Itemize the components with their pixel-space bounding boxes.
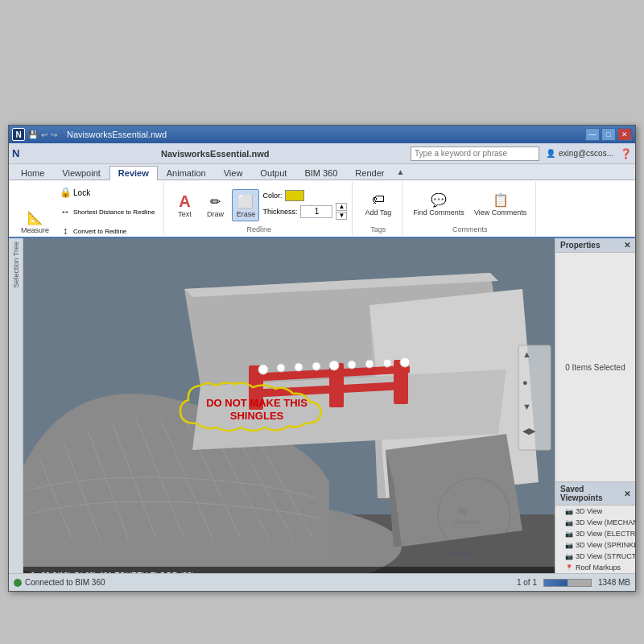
thickness-row: Thickness: ▲ ▼ [262, 203, 347, 220]
tab-bim360[interactable]: BIM 360 [295, 166, 346, 180]
viewpoint-item-2[interactable]: 📷 3D View (ELECTRIC) [555, 528, 635, 539]
svg-text:◀▶: ◀▶ [522, 426, 536, 436]
search-input[interactable] [411, 147, 539, 161]
redo-icon[interactable]: ↪ [51, 130, 57, 139]
viewpoint-label-0: 3D View [576, 507, 602, 515]
viewpoint-label-4: 3D View (STRUCTUR) [576, 552, 635, 560]
redline-buttons: A Text ✏ Draw ⬜ Erase Color: [171, 189, 347, 221]
undo-icon[interactable]: ↩ [41, 130, 47, 139]
svg-point-18 [258, 365, 268, 374]
viewpoints-close-icon[interactable]: ✕ [624, 489, 630, 498]
ribbon-group-measure: 📐 Measure 🔒 Lock ↔ Shortest Distance to … [12, 182, 164, 235]
svg-point-21 [312, 362, 320, 370]
title-bar-left: N 💾 ↩ ↪ NavisworksEssential.nwd [12, 128, 167, 141]
right-panel: Properties ✕ 0 Items Selected Saved View… [555, 238, 635, 573]
thickness-up[interactable]: ▲ [336, 203, 347, 211]
svg-text:ag: ag [458, 506, 468, 514]
tags-tools: 🏷 Add Tag [361, 184, 395, 224]
draw-button[interactable]: ✏ Draw [201, 189, 229, 221]
text-button[interactable]: A Text [171, 189, 198, 221]
find-comments-icon: 💬 [429, 190, 448, 209]
viewpoint-item-4[interactable]: 📷 3D View (STRUCTUR) [555, 551, 635, 562]
svg-point-22 [329, 361, 339, 370]
svg-point-19 [277, 364, 285, 372]
view-comments-button[interactable]: 📋 View Comments [470, 188, 530, 220]
lock-icon: 🔒 [59, 186, 72, 199]
viewpoint-item-1[interactable]: 📷 3D View (MECHANIC [555, 517, 635, 528]
add-tag-button[interactable]: 🏷 Add Tag [361, 188, 395, 220]
redline-group-label: Redline [247, 225, 272, 233]
thickness-input[interactable] [300, 205, 332, 218]
thickness-label: Thickness: [262, 208, 297, 216]
thickness-down[interactable]: ▼ [336, 212, 347, 220]
viewport[interactable]: ▲ ● ▼ ◀▶ ag Autodesk A 30.2(19)-C(-82) 4… [23, 238, 555, 573]
color-thickness: Color: Thickness: ▲ ▼ [262, 190, 347, 220]
ribbon-group-tags: 🏷 Add Tag Tags [354, 182, 402, 235]
distance-icon: ↔ [59, 205, 72, 218]
quick-save-icon[interactable]: 💾 [28, 130, 38, 139]
properties-close-icon[interactable]: ✕ [624, 241, 630, 250]
svg-point-20 [295, 363, 303, 371]
progress-fill [544, 580, 568, 586]
annotation-cloud[interactable]: DO NOT MAKE THIS SHINGLES [172, 379, 341, 440]
page-indicator: 1 of 1 [517, 578, 537, 587]
left-panel[interactable]: Selection Tree [9, 238, 23, 573]
progress-bar [543, 579, 592, 587]
shortest-distance-button[interactable]: ↔ Shortest Distance to Redline [55, 203, 159, 221]
properties-header: Properties ✕ [555, 238, 635, 253]
tab-viewpoint[interactable]: Viewpoint [53, 166, 109, 180]
comments-group-label: Comments [452, 225, 488, 233]
find-comments-button[interactable]: 💬 Find Comments [409, 188, 469, 220]
viewpoint-label-5: Roof Markups [576, 564, 621, 572]
comments-tools: 💬 Find Comments 📋 View Comments [409, 184, 530, 224]
viewpoint-icon-1: 📷 [565, 519, 573, 526]
app-icon: N [12, 128, 25, 141]
maximize-button[interactable]: □ [601, 128, 616, 141]
measure-button[interactable]: 📐 Measure [17, 205, 53, 237]
tab-home[interactable]: Home [12, 166, 53, 180]
thickness-stepper[interactable]: ▲ ▼ [336, 203, 347, 220]
file-title: NavisworksEssential.nwd [67, 130, 167, 139]
ribbon-expand-icon[interactable]: ▲ [396, 167, 404, 176]
properties-title: Properties [560, 241, 600, 250]
svg-point-26 [400, 357, 410, 367]
convert-button[interactable]: ↕ Convert to Redline [55, 222, 159, 240]
viewpoint-icon-2: 📷 [565, 530, 573, 538]
tab-review[interactable]: Review [109, 166, 158, 180]
svg-text:●: ● [522, 378, 528, 387]
tab-view[interactable]: View [215, 166, 252, 180]
bim-status-indicator [14, 579, 22, 587]
minimize-button[interactable]: — [585, 128, 600, 141]
text-icon: A [175, 192, 194, 211]
text-label: Text [178, 211, 192, 219]
color-swatch[interactable] [285, 190, 304, 201]
ribbon-bar: 📐 Measure 🔒 Lock ↔ Shortest Distance to … [9, 180, 635, 238]
title-bar: N 💾 ↩ ↪ NavisworksEssential.nwd — □ ✕ [9, 126, 635, 143]
user-email: exing@cscos... [559, 149, 613, 158]
find-comments-label: Find Comments [413, 209, 464, 217]
erase-icon: ⬜ [236, 192, 255, 211]
viewpoints-panel: Saved Viewpoints ✕ 📷 3D View 📷 3D View (… [555, 481, 635, 573]
viewpoint-item-5[interactable]: 📍 Roof Markups [555, 562, 635, 573]
viewpoint-item-0[interactable]: 📷 3D View [555, 506, 635, 517]
tab-animation[interactable]: Animation [158, 166, 215, 180]
viewpoint-label-3: 3D View (SPRINKLER [576, 541, 635, 549]
draw-label: Draw [207, 211, 224, 219]
erase-button[interactable]: ⬜ Erase [232, 189, 259, 221]
memory-usage: 1348 MB [598, 578, 630, 587]
tab-output[interactable]: Output [251, 166, 295, 180]
svg-text:LinkedIn: LinkedIn [442, 550, 472, 558]
tag-icon: 🏷 [369, 190, 388, 209]
convert-icon: ↕ [59, 225, 72, 237]
tab-render[interactable]: Render [346, 166, 393, 180]
svg-text:30.2(19)-C(-82)  401 FOURTH FL: 30.2(19)-C(-82) 401 FOURTH FLOOR (32) [41, 572, 194, 573]
close-button[interactable]: ✕ [617, 128, 632, 141]
measure-label: Measure [21, 227, 49, 235]
ribbon-group-redline: A Text ✏ Draw ⬜ Erase Color: [166, 182, 353, 235]
draw-icon: ✏ [205, 192, 225, 211]
selection-tree-label[interactable]: Selection Tree [12, 242, 20, 288]
tags-group-label: Tags [370, 225, 386, 233]
viewpoint-item-3[interactable]: 📷 3D View (SPRINKLER [555, 539, 635, 551]
lock-button[interactable]: 🔒 Lock [55, 184, 159, 201]
help-icon[interactable]: ❓ [620, 148, 632, 159]
